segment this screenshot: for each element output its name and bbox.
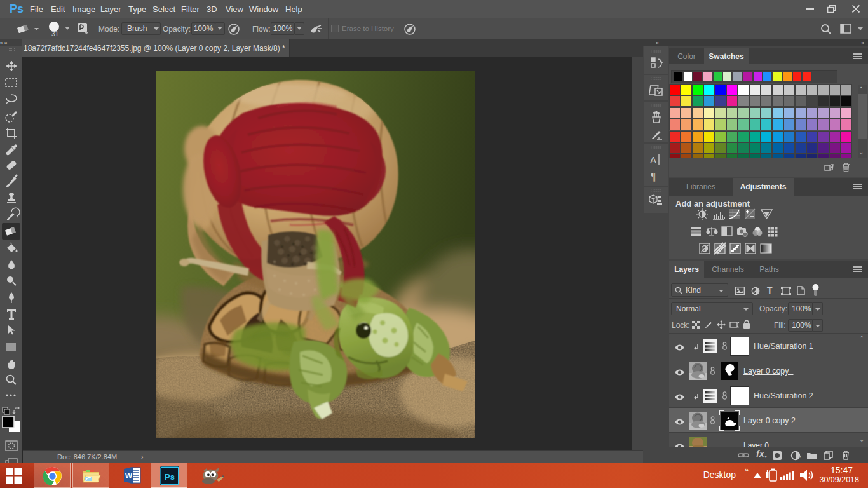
svg-text:Ps: Ps [165, 472, 175, 482]
svg-text:W: W [125, 471, 133, 480]
svg-text:A: A [650, 154, 656, 165]
svg-text:¶: ¶ [651, 172, 656, 182]
